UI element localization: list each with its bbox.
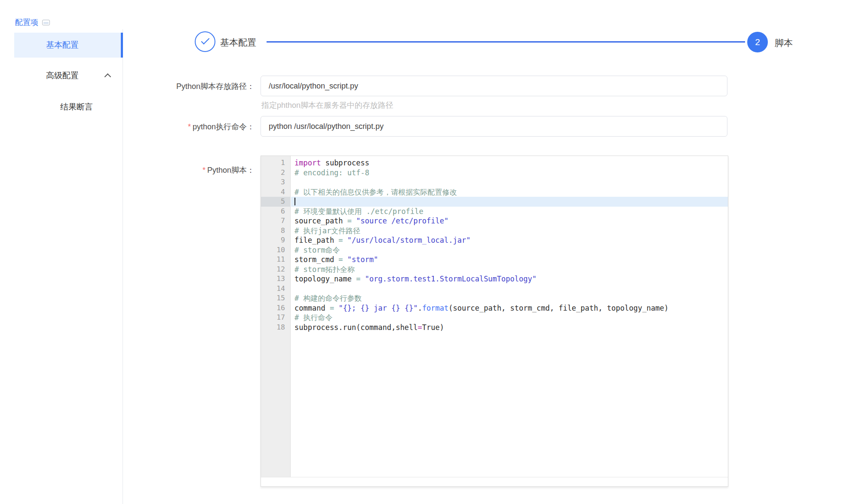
code-token [361, 275, 365, 283]
line-number: 2 [261, 168, 290, 178]
stepper-connector-line [267, 41, 745, 43]
code-line: # 执行jar文件路径 [291, 226, 728, 236]
sidebar-title: 配置项 [15, 17, 50, 27]
sidebar-item-advanced-config[interactable]: 高级配置 [14, 67, 123, 85]
code-token: topology_name [295, 275, 356, 283]
code-line: subprocess.run(command,shell=True) [291, 323, 728, 333]
code-token: = [356, 275, 360, 283]
code-token: import [295, 159, 321, 167]
line-number: 10 [261, 245, 290, 255]
code-line: topology_name = "org.storm.test1.StormLo… [291, 274, 728, 284]
line-number: 12 [261, 265, 290, 275]
code-token: = [330, 304, 334, 312]
code-line: storm_cmd = "storm" [291, 255, 728, 265]
code-line: # encoding: utf-8 [291, 168, 728, 178]
code-token: = [418, 323, 422, 332]
step-2-circle[interactable]: 2 [747, 32, 768, 52]
line-number: 18 [261, 323, 290, 333]
code-line: source_path = "source /etc/profile" [291, 216, 728, 226]
sidebar-item-label: 结果断言 [60, 99, 93, 115]
line-number: 5 [261, 197, 290, 207]
code-line: import subprocess [291, 158, 728, 168]
code-token [343, 255, 347, 264]
code-token: storm_cmd [295, 255, 338, 264]
line-number: 3 [261, 177, 290, 187]
python-script-code-editor[interactable]: 123456789101112131415161718 import subpr… [261, 156, 728, 487]
code-line [291, 197, 728, 207]
code-token: # 环境变量默认使用 ./etc/profile [295, 207, 423, 216]
code-line [291, 284, 728, 294]
python-command-input[interactable] [261, 116, 727, 137]
code-line: command = "{}; {} jar {} {}".format(sour… [291, 303, 728, 313]
code-token: = [338, 236, 343, 244]
line-number: 15 [261, 293, 290, 303]
code-token: # encoding: utf-8 [295, 168, 369, 177]
text-cursor [295, 198, 295, 205]
code-token: "source /etc/profile" [356, 217, 448, 225]
line-number: 13 [261, 274, 290, 284]
code-token: format [422, 304, 448, 312]
code-line: # 环境变量默认使用 ./etc/profile [291, 207, 728, 217]
code-token: subprocess [321, 159, 369, 167]
code-line: # 以下相关的信息仅供参考，请根据实际配置修改 [291, 187, 728, 197]
code-token: source_path [295, 217, 347, 225]
code-token: # 以下相关的信息仅供参考，请根据实际配置修改 [295, 188, 457, 196]
line-number: 7 [261, 216, 290, 226]
step-1-label: 基本配置 [220, 37, 256, 49]
script-path-hint: 指定phthon脚本在服务器中的存放路径 [261, 100, 393, 110]
line-number: 1 [261, 158, 290, 168]
code-token [352, 217, 356, 225]
code-token: # 执行命令 [295, 313, 332, 322]
code-line: # 执行命令 [291, 313, 728, 323]
check-icon [201, 36, 210, 45]
code-line: # storm拓扑全称 [291, 265, 728, 275]
line-number: 16 [261, 303, 290, 313]
script-path-input[interactable] [261, 76, 727, 96]
step-1-circle[interactable] [195, 31, 215, 52]
sidebar-item-basic-config[interactable]: 基本配置 [14, 33, 123, 58]
code-token: True) [422, 323, 444, 332]
sidebar-item-label: 基本配置 [46, 33, 79, 58]
required-asterisk: * [188, 122, 191, 131]
code-token: # storm命令 [295, 246, 340, 254]
code-line: # storm命令 [291, 245, 728, 255]
code-token: . [418, 304, 422, 312]
code-token: # storm拓扑全称 [295, 265, 355, 274]
editor-code[interactable]: import subprocess# encoding: utf-8# 以下相关… [291, 156, 728, 477]
code-token: = [347, 217, 352, 225]
collapse-panel-icon[interactable] [42, 20, 50, 25]
code-token [343, 236, 347, 244]
python-script-label: *Python脚本： [129, 165, 255, 175]
script-path-label: Python脚本存放路径： [129, 81, 255, 92]
line-number: 9 [261, 235, 290, 245]
line-number: 4 [261, 187, 290, 197]
code-line [291, 177, 728, 187]
line-number: 8 [261, 226, 290, 236]
line-number: 14 [261, 284, 290, 294]
code-token: subprocess.run(command,shell [295, 323, 418, 332]
line-number: 17 [261, 313, 290, 323]
code-token: # 构建的命令行参数 [295, 294, 362, 302]
required-asterisk: * [202, 166, 206, 174]
sidebar-item-result-assertion[interactable]: 结果断言 [14, 99, 123, 115]
sidebar-item-label: 高级配置 [46, 67, 79, 85]
code-token: "/usr/local/storm_local.jar" [347, 236, 471, 244]
sidebar-title-text: 配置项 [15, 17, 38, 27]
code-token: "{}; {} jar {} {}" [338, 304, 417, 312]
editor-hscroll-strip [261, 477, 728, 486]
code-line: file_path = "/usr/local/storm_local.jar" [291, 235, 728, 245]
code-token [334, 304, 338, 312]
code-token: (source_path, storm_cmd, file_path, topo… [448, 304, 669, 312]
code-token: file_path [295, 236, 338, 244]
python-command-label: *python执行命令： [129, 122, 255, 132]
code-token: command [295, 304, 330, 312]
code-token: "storm" [347, 255, 378, 264]
chevron-up-icon[interactable] [104, 73, 111, 80]
code-token: # 执行jar文件路径 [295, 226, 360, 235]
code-token: = [338, 255, 343, 264]
line-number: 6 [261, 207, 290, 217]
line-number: 11 [261, 255, 290, 265]
editor-gutter: 123456789101112131415161718 [261, 156, 291, 477]
code-token: "org.storm.test1.StormLocalSumTopology" [365, 275, 537, 283]
code-line: # 构建的命令行参数 [291, 293, 728, 303]
